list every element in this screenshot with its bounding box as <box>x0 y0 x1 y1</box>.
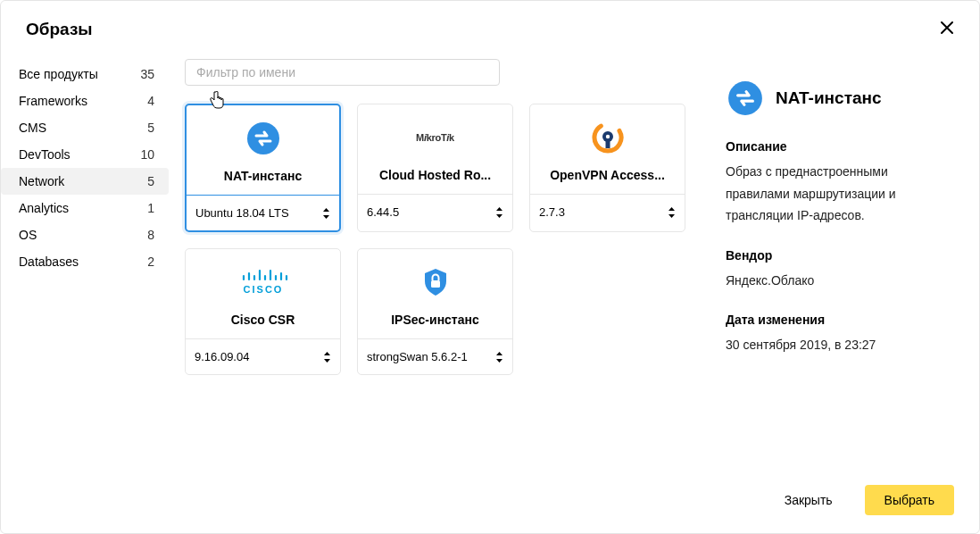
sidebar: Все продукты 35 Frameworks 4 CMS 5 DevTo… <box>1 54 169 471</box>
detail-vendor-section: Вендор Яндекс.Облако <box>726 248 954 292</box>
version-select[interactable]: Ubuntu 18.04 LTS <box>187 195 339 230</box>
sidebar-item-label: CMS <box>19 121 46 135</box>
version-value: 9.16.09.04 <box>195 350 249 363</box>
svg-rect-2 <box>605 139 610 148</box>
detail-panel: NAT-инстанс Описание Образ с преднастрое… <box>718 54 961 471</box>
nat-icon <box>726 79 765 118</box>
sidebar-item-count: 8 <box>147 228 154 242</box>
card-top: MikroTik Cloud Hosted Ro... <box>358 104 512 194</box>
version-value: 6.44.5 <box>367 205 399 219</box>
card-top: CISCO Cisco CSR <box>186 249 340 338</box>
select-button[interactable]: Выбрать <box>865 485 954 515</box>
sidebar-item-devtools[interactable]: DevTools 10 <box>1 141 169 168</box>
select-arrows-icon <box>323 351 331 363</box>
detail-header: NAT-инстанс <box>726 79 954 118</box>
modal-footer: Закрыть Выбрать <box>1 471 979 533</box>
card-nat[interactable]: NAT-инстанс Ubuntu 18.04 LTS <box>185 104 341 232</box>
modal-header: Образы <box>1 1 979 46</box>
card-mikrotik[interactable]: MikroTik Cloud Hosted Ro... 6.44.5 <box>357 104 513 232</box>
sidebar-item-count: 5 <box>147 121 154 135</box>
detail-date-section: Дата изменения 30 сентября 2019, в 23:27 <box>726 313 954 356</box>
select-arrows-icon <box>322 207 330 220</box>
nat-icon <box>245 121 281 156</box>
version-select[interactable]: 6.44.5 <box>358 194 512 229</box>
sidebar-item-count: 4 <box>147 94 154 108</box>
detail-title: NAT-инстанс <box>776 88 882 108</box>
sidebar-item-network[interactable]: Network 5 <box>1 168 169 195</box>
card-top: OpenVPN Access... <box>530 104 685 194</box>
sidebar-item-analytics[interactable]: Analytics 1 <box>1 195 169 221</box>
sidebar-item-count: 10 <box>140 147 154 162</box>
select-arrows-icon <box>495 206 503 219</box>
mikrotik-logo: MikroTik <box>416 120 454 155</box>
svg-point-15 <box>728 81 762 115</box>
card-title: NAT-инстанс <box>194 169 332 183</box>
detail-description-text: Образ с преднастроенными правилами маршр… <box>726 161 954 227</box>
card-openvpn[interactable]: OpenVPN Access... 2.7.3 <box>529 104 685 232</box>
version-value: Ubuntu 18.04 LTS <box>195 206 289 220</box>
modal-body: Все продукты 35 Frameworks 4 CMS 5 DevTo… <box>1 46 979 471</box>
ipsec-icon <box>419 264 452 300</box>
card-ipsec[interactable]: IPSec-инстанс strongSwan 5.6.2-1 <box>357 248 513 375</box>
version-select[interactable]: 9.16.09.04 <box>186 338 340 374</box>
sidebar-item-count: 2 <box>147 254 154 269</box>
sidebar-item-frameworks[interactable]: Frameworks 4 <box>1 88 169 114</box>
image-select-modal: Образы Все продукты 35 Frameworks 4 CMS … <box>0 0 980 534</box>
card-title: IPSec-инстанс <box>365 313 505 327</box>
openvpn-icon <box>592 120 624 155</box>
sidebar-item-label: Databases <box>19 254 79 269</box>
sidebar-item-count: 5 <box>147 174 154 188</box>
version-select[interactable]: strongSwan 5.6.2-1 <box>358 338 512 374</box>
sidebar-item-label: Network <box>19 174 64 188</box>
card-title: Cloud Hosted Ro... <box>365 168 505 182</box>
sidebar-item-all[interactable]: Все продукты 35 <box>1 61 169 88</box>
filter-input[interactable] <box>185 59 500 86</box>
detail-vendor-text: Яндекс.Облако <box>726 270 954 292</box>
svg-point-0 <box>247 122 279 154</box>
sidebar-item-os[interactable]: OS 8 <box>1 221 169 248</box>
close-icon[interactable] <box>940 19 954 39</box>
detail-date-label: Дата изменения <box>726 313 954 327</box>
sidebar-item-count: 35 <box>140 67 154 81</box>
card-title: Cisco CSR <box>193 313 333 327</box>
card-cisco[interactable]: CISCO Cisco CSR 9.16.09.04 <box>185 248 341 375</box>
modal-title: Образы <box>26 20 93 39</box>
sidebar-item-cms[interactable]: CMS 5 <box>1 114 169 141</box>
sidebar-item-label: Все продукты <box>19 67 98 81</box>
sidebar-item-label: Analytics <box>19 201 69 215</box>
detail-description-section: Описание Образ с преднастроенными правил… <box>726 139 954 227</box>
cancel-button[interactable]: Закрыть <box>765 485 852 515</box>
card-top: IPSec-инстанс <box>358 249 512 338</box>
cards-grid: NAT-инстанс Ubuntu 18.04 LTS MikroTik <box>185 104 718 375</box>
version-value: strongSwan 5.6.2-1 <box>367 350 468 363</box>
version-select[interactable]: 2.7.3 <box>530 194 685 229</box>
svg-rect-14 <box>431 280 440 288</box>
card-title: OpenVPN Access... <box>537 168 677 182</box>
select-arrows-icon <box>495 351 503 363</box>
version-value: 2.7.3 <box>539 205 565 219</box>
sidebar-item-label: Frameworks <box>19 94 87 108</box>
svg-text:CISCO: CISCO <box>243 284 283 295</box>
sidebar-item-count: 1 <box>147 201 154 215</box>
select-arrows-icon <box>668 206 676 219</box>
detail-date-text: 30 сентября 2019, в 23:27 <box>726 334 954 356</box>
main-content: NAT-инстанс Ubuntu 18.04 LTS MikroTik <box>169 54 718 471</box>
detail-vendor-label: Вендор <box>726 248 954 263</box>
sidebar-item-databases[interactable]: Databases 2 <box>1 248 169 275</box>
svg-point-3 <box>605 135 609 138</box>
cisco-logo: CISCO <box>237 264 290 300</box>
card-top: NAT-инстанс <box>187 105 339 195</box>
sidebar-item-label: OS <box>19 228 37 242</box>
detail-description-label: Описание <box>726 139 954 154</box>
sidebar-item-label: DevTools <box>19 147 71 162</box>
